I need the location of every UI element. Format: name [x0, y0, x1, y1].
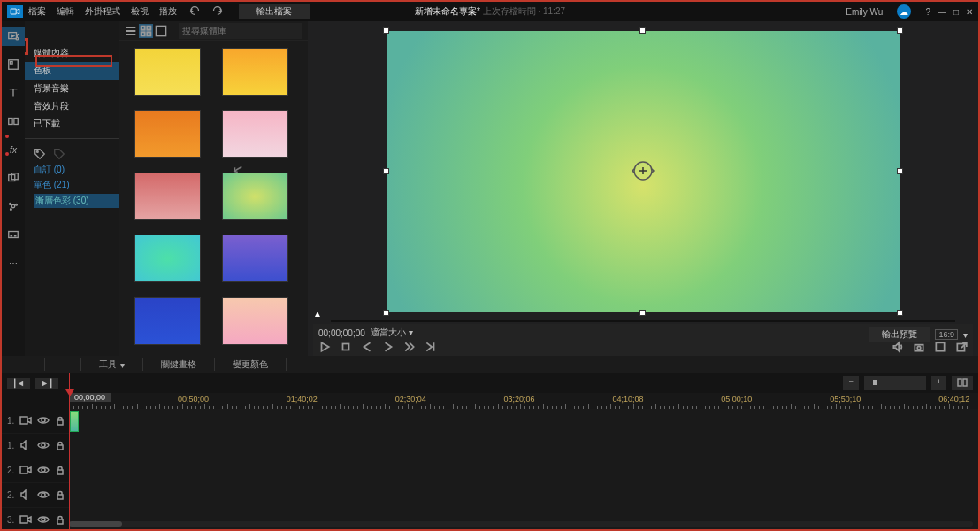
- thumb-0[interactable]: [134, 48, 201, 96]
- track-body[interactable]: [69, 483, 978, 507]
- timecode[interactable]: 00;00;00;00: [318, 328, 365, 338]
- thumb-7[interactable]: [222, 235, 288, 282]
- keyframe-button[interactable]: 關鍵畫格: [161, 358, 196, 371]
- audio-track-icon[interactable]: [19, 489, 32, 502]
- mark-out-icon[interactable]: ►┃: [35, 378, 58, 389]
- track-body[interactable]: [69, 508, 978, 531]
- fit-dropdown[interactable]: 適當大小 ▾: [371, 327, 413, 339]
- menu-view[interactable]: 檢視: [131, 5, 149, 18]
- help-icon[interactable]: ?: [925, 7, 930, 17]
- nav-gradient[interactable]: 漸層色彩 (30): [34, 194, 119, 208]
- thumb-8[interactable]: [134, 297, 201, 345]
- minimize-icon[interactable]: —: [938, 7, 946, 17]
- thumb-6[interactable]: [134, 235, 201, 282]
- subtitle-icon[interactable]: [2, 225, 25, 244]
- particle-icon[interactable]: [2, 196, 25, 216]
- media-library-icon[interactable]: [2, 27, 25, 46]
- play-icon[interactable]: [318, 341, 331, 353]
- video-track-icon[interactable]: [19, 415, 32, 427]
- menu-file[interactable]: 檔案: [28, 5, 46, 18]
- thumb-4[interactable]: [134, 173, 201, 220]
- search-input[interactable]: [182, 26, 299, 35]
- visibility-icon[interactable]: [37, 440, 50, 452]
- nav-downloaded[interactable]: 已下載: [25, 115, 119, 133]
- mark-in-icon[interactable]: ┃◄: [7, 378, 30, 389]
- track-body[interactable]: [69, 434, 978, 458]
- warning-icon[interactable]: ▲: [313, 309, 322, 319]
- tool-dropdown[interactable]: 工具 ▾: [99, 358, 125, 371]
- fast-fwd-icon[interactable]: [403, 341, 416, 353]
- goto-end-icon[interactable]: [425, 341, 437, 353]
- effects-icon[interactable]: fx: [2, 140, 25, 159]
- aspect-dropdown-icon[interactable]: ▾: [963, 330, 968, 340]
- zoom-slider[interactable]: [864, 376, 926, 390]
- nav-solid[interactable]: 單色 (21): [34, 179, 119, 191]
- cloud-icon[interactable]: ☁: [897, 4, 911, 19]
- title-icon[interactable]: [2, 83, 25, 103]
- playhead[interactable]: [69, 373, 70, 529]
- visibility-icon[interactable]: [37, 415, 50, 427]
- search-box[interactable]: [179, 23, 302, 39]
- clip[interactable]: [70, 411, 79, 432]
- video-track-icon[interactable]: [19, 465, 32, 477]
- menu-play[interactable]: 播放: [159, 5, 177, 18]
- close-icon[interactable]: ✕: [966, 7, 973, 17]
- lock-icon[interactable]: [55, 440, 65, 452]
- menu-plugin[interactable]: 外掛程式: [85, 5, 120, 18]
- popout-icon[interactable]: [955, 341, 968, 353]
- nav-custom[interactable]: 自訂 (0): [34, 164, 119, 176]
- main-menu: 檔案 編輯 外掛程式 檢視 播放: [28, 5, 177, 18]
- collapse-arrow-icon[interactable]: [232, 165, 244, 175]
- nav-sfx[interactable]: 音效片段: [25, 97, 119, 115]
- time-ruler[interactable]: 00;00;00 00;50;0001;40;0202;30;0403;20;0…: [69, 393, 978, 409]
- tag-icon[interactable]: [34, 148, 46, 160]
- track-body[interactable]: [69, 458, 978, 482]
- overlay-icon[interactable]: [2, 168, 25, 188]
- video-track-icon[interactable]: [19, 514, 32, 527]
- zoom-out-icon[interactable]: −: [843, 376, 858, 390]
- more-icon[interactable]: ⋯: [2, 253, 25, 273]
- audio-track-icon[interactable]: [19, 440, 32, 452]
- prev-frame-icon[interactable]: [361, 341, 373, 353]
- tag-add-icon[interactable]: [53, 148, 65, 160]
- aspect-ratio[interactable]: 16:9: [935, 329, 958, 340]
- redo-icon[interactable]: [211, 4, 223, 19]
- visibility-icon[interactable]: [37, 465, 50, 477]
- lock-icon[interactable]: [55, 415, 65, 427]
- thumb-5[interactable]: [222, 173, 288, 220]
- zoom-in-icon[interactable]: +: [931, 376, 946, 390]
- menu-edit[interactable]: 編輯: [57, 5, 74, 18]
- snapshot-icon[interactable]: [913, 341, 925, 353]
- user-name[interactable]: Emily Wu: [846, 7, 883, 17]
- svg-rect-45: [57, 495, 63, 499]
- undo-icon[interactable]: [189, 4, 202, 19]
- popup-icon[interactable]: [934, 341, 946, 353]
- timeline-scrollbar[interactable]: [69, 521, 973, 527]
- thumb-3[interactable]: [222, 110, 288, 158]
- changecolor-button[interactable]: 變更顏色: [233, 358, 268, 371]
- thumb-2[interactable]: [134, 110, 201, 158]
- lock-icon[interactable]: [55, 489, 65, 502]
- next-frame-icon[interactable]: [382, 341, 394, 353]
- track-body[interactable]: [69, 409, 978, 433]
- maximize-icon[interactable]: □: [953, 7, 959, 17]
- lock-icon[interactable]: [55, 465, 65, 477]
- view-large-icon[interactable]: [154, 24, 168, 38]
- view-list-icon[interactable]: [124, 24, 138, 38]
- visibility-icon[interactable]: [37, 514, 50, 527]
- preview-canvas[interactable]: [387, 31, 900, 312]
- rotation-handle-icon[interactable]: [631, 158, 655, 185]
- stop-icon[interactable]: [340, 341, 352, 353]
- nav-bgm[interactable]: 背景音樂: [25, 80, 119, 97]
- room-icon[interactable]: [2, 55, 25, 74]
- thumb-9[interactable]: [222, 297, 288, 345]
- transition-icon[interactable]: [2, 112, 25, 131]
- lock-icon[interactable]: [55, 514, 65, 527]
- timeline-view-icon[interactable]: [952, 376, 973, 390]
- export-button[interactable]: 輸出檔案: [239, 4, 310, 19]
- visibility-icon[interactable]: [37, 489, 50, 502]
- thumb-1[interactable]: [222, 48, 288, 96]
- volume-icon[interactable]: [892, 341, 904, 353]
- view-grid-icon[interactable]: [139, 24, 153, 38]
- preview-scrubber[interactable]: [331, 320, 955, 322]
